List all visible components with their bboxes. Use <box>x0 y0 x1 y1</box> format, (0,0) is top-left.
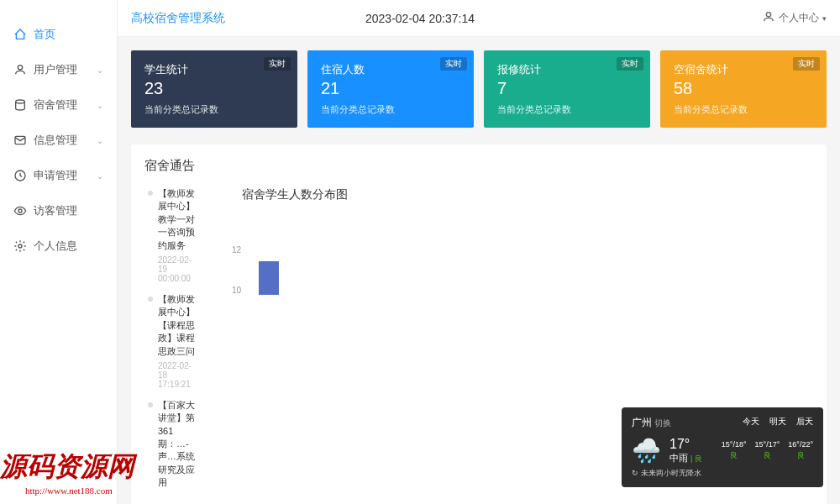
watermark-text: 源码资源网 <box>0 449 134 486</box>
watermark: 源码资源网 http://www.net188.com <box>0 449 134 496</box>
sidebar: 首页 用户管理 ⌄ 宿舍管理 ⌄ 信息管理 ⌄ 申请管理 ⌄ 访客管理 个人信息 <box>0 0 118 504</box>
user-icon <box>762 10 775 26</box>
chart-title: 宿舍学生人数分布图 <box>225 187 813 202</box>
forecast-item: 15°/17°良 <box>755 440 780 461</box>
weather-temp: 17° <box>669 437 702 452</box>
timeline-item-title: 【教师发展中心】教学一对一咨询预约服务 <box>158 187 195 252</box>
svg-point-6 <box>766 13 770 17</box>
gear-icon <box>13 239 27 253</box>
user-menu[interactable]: 个人中心 ▾ <box>762 10 827 26</box>
forecast-item: 15°/18°良 <box>722 440 747 461</box>
forecast-item: 16°/22°良 <box>788 440 813 461</box>
watermark-url: http://www.net188.com <box>25 486 134 496</box>
timeline-item-title: 【教师发展中心】【课程思政】课程思政三问 <box>158 293 195 358</box>
realtime-badge: 实时 <box>793 57 820 71</box>
weather-day-label: 后天 <box>796 416 813 430</box>
app-title: 高校宿舍管理系统 <box>131 11 225 26</box>
weather-day-label: 明天 <box>769 416 786 430</box>
sidebar-item-dorm-mgmt[interactable]: 宿舍管理 ⌄ <box>0 87 117 123</box>
stat-card-repairs: 实时 报修统计 7 当前分类总记录数 <box>484 50 650 128</box>
timeline-item-time: 2022-02-19 00:00:00 <box>158 255 195 283</box>
chevron-down-icon: ⌄ <box>97 171 103 181</box>
sidebar-item-label: 用户管理 <box>34 62 77 77</box>
realtime-badge: 实时 <box>617 57 643 71</box>
clock-icon <box>13 169 27 182</box>
mail-icon <box>13 134 27 147</box>
notice-title: 宿舍通告 <box>144 158 813 174</box>
sidebar-item-home[interactable]: 首页 <box>0 17 117 52</box>
y-tick: 10 <box>232 286 241 295</box>
timeline-item-title: 【百家大讲堂】第361期：…-声…系统研究及应用 <box>158 399 195 490</box>
weather-day-label: 今天 <box>743 416 759 430</box>
stat-value: 21 <box>321 79 460 98</box>
rain-icon: 🌧️ <box>632 437 661 465</box>
timeline-item[interactable]: 【教师发展中心】【课程思政】课程思政三问 2022-02-18 17:19:21 <box>148 293 195 389</box>
weather-desc: 中雨 <box>669 453 688 463</box>
sidebar-item-user-mgmt[interactable]: 用户管理 ⌄ <box>0 52 117 87</box>
database-icon <box>13 98 27 112</box>
stat-value: 7 <box>497 79 637 98</box>
weather-switch[interactable]: 切换 <box>654 418 671 428</box>
sidebar-item-label: 宿舍管理 <box>34 97 77 113</box>
user-icon <box>13 63 27 76</box>
chart-bar <box>259 261 279 295</box>
stat-card-vacant: 实时 空宿舍统计 58 当前分类总记录数 <box>660 50 827 128</box>
bar-chart: 12 10 <box>225 236 813 295</box>
sidebar-item-apply-mgmt[interactable]: 申请管理 ⌄ <box>0 158 117 193</box>
notice-timeline: 【教师发展中心】教学一对一咨询预约服务 2022-02-19 00:00:00 … <box>144 187 195 500</box>
timeline-item[interactable]: 【教师发展中心】教学一对一咨询预约服务 2022-02-19 00:00:00 <box>148 187 195 283</box>
stat-value: 23 <box>144 79 284 98</box>
datetime: 2023-02-04 20:37:14 <box>365 12 475 25</box>
stat-sub: 当前分类总记录数 <box>321 103 460 116</box>
home-icon <box>13 28 27 41</box>
svg-point-5 <box>18 244 22 248</box>
stat-sub: 当前分类总记录数 <box>144 103 284 116</box>
caret-down-icon: ▾ <box>822 14 827 23</box>
stat-card-residents: 实时 住宿人数 21 当前分类总记录数 <box>307 50 474 128</box>
sidebar-item-label: 个人信息 <box>34 239 77 254</box>
sidebar-item-label: 首页 <box>34 27 55 42</box>
sidebar-item-visitor-mgmt[interactable]: 访客管理 <box>0 193 117 228</box>
realtime-badge: 实时 <box>440 57 467 71</box>
y-tick: 12 <box>232 245 241 255</box>
svg-point-1 <box>16 100 25 103</box>
user-label: 个人中心 <box>779 11 819 25</box>
weather-aq: | 良 <box>690 454 702 463</box>
sidebar-item-label: 信息管理 <box>34 133 77 148</box>
stats-row: 实时 学生统计 23 当前分类总记录数 实时 住宿人数 21 当前分类总记录数 … <box>131 50 827 128</box>
eye-icon <box>13 204 27 218</box>
sidebar-item-profile[interactable]: 个人信息 <box>0 228 117 264</box>
sidebar-item-info-mgmt[interactable]: 信息管理 ⌄ <box>0 123 117 158</box>
stat-value: 58 <box>674 79 813 98</box>
sidebar-item-label: 申请管理 <box>34 168 77 183</box>
stat-sub: 当前分类总记录数 <box>497 103 637 116</box>
realtime-badge: 实时 <box>264 57 291 71</box>
timeline-item[interactable]: 【百家大讲堂】第361期：…-声…系统研究及应用 <box>148 399 195 490</box>
chevron-down-icon: ⌄ <box>97 136 103 145</box>
weather-widget: 广州 切换 今天 明天 后天 🌧️ 17° 中雨 | 良 15°/18°良 15… <box>622 407 823 487</box>
timeline-item-time: 2022-02-18 17:19:21 <box>158 361 195 389</box>
weather-note: ↻ 未来两小时无降水 <box>632 468 813 479</box>
stat-sub: 当前分类总记录数 <box>674 103 813 116</box>
svg-point-4 <box>18 209 22 213</box>
sidebar-item-label: 访客管理 <box>34 203 77 218</box>
stat-card-students: 实时 学生统计 23 当前分类总记录数 <box>131 50 297 128</box>
topbar: 高校宿舍管理系统 2023-02-04 20:37:14 个人中心 ▾ <box>118 0 840 37</box>
chevron-down-icon: ⌄ <box>97 66 103 75</box>
svg-point-0 <box>18 66 22 70</box>
chevron-down-icon: ⌄ <box>97 101 103 110</box>
weather-city: 广州 <box>632 417 652 428</box>
